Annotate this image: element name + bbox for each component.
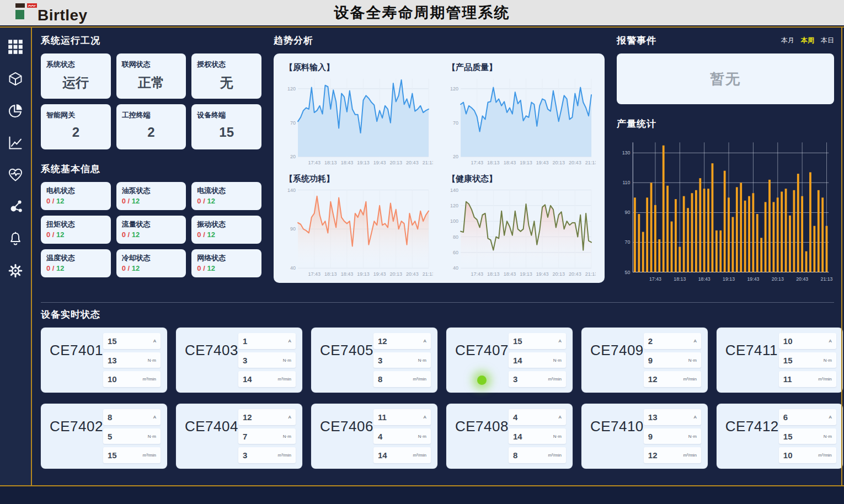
apps-grid-icon[interactable] bbox=[7, 39, 24, 55]
metric-unit: A bbox=[694, 339, 697, 344]
device-metric: 15m³/min bbox=[103, 447, 161, 463]
metric-unit: A bbox=[289, 339, 291, 344]
svg-text:120: 120 bbox=[287, 86, 296, 92]
device-metric: 9N·m bbox=[644, 352, 701, 368]
info-card-current: 0 / bbox=[122, 197, 130, 205]
metric-value: 9 bbox=[648, 356, 653, 365]
svg-text:19:43: 19:43 bbox=[536, 271, 549, 277]
info-card-total: 12 bbox=[207, 264, 215, 272]
device-card-CE7406[interactable]: CE740611A4N·m14m³/min bbox=[311, 404, 437, 469]
device-metric: 12m³/min bbox=[644, 371, 701, 387]
metric-value: 10 bbox=[783, 451, 793, 460]
cube-icon[interactable] bbox=[7, 71, 24, 87]
metric-value: 12 bbox=[243, 412, 252, 422]
gear-icon[interactable] bbox=[7, 262, 24, 279]
alarm-tab-本日[interactable]: 本日 bbox=[821, 36, 834, 45]
metric-value: 14 bbox=[513, 432, 522, 441]
metric-value: 3 bbox=[378, 356, 382, 365]
svg-text:70: 70 bbox=[453, 120, 458, 126]
device-metrics: 10A15N·m11m³/min bbox=[779, 333, 836, 387]
metric-value: 9 bbox=[648, 432, 653, 441]
alarm-tab-本周[interactable]: 本周 bbox=[801, 36, 814, 45]
svg-text:19:13: 19:13 bbox=[357, 271, 370, 277]
device-name: CE7402 bbox=[50, 418, 103, 463]
info-card-current: 0 / bbox=[122, 264, 130, 272]
devices-grid: CE740115A13N·m10m³/minCE74031A3N·m14m³/m… bbox=[41, 328, 834, 469]
raw-input-chart-title: 【原料输入】 bbox=[285, 62, 433, 73]
device-metric: 11m³/min bbox=[779, 371, 836, 387]
status-card-value: 无 bbox=[197, 74, 256, 92]
svg-text:20:43: 20:43 bbox=[796, 276, 808, 282]
status-card-label: 设备终端 bbox=[197, 110, 256, 120]
metric-value: 13 bbox=[648, 412, 658, 422]
device-metric: 15A bbox=[509, 333, 566, 349]
svg-text:21:13: 21:13 bbox=[585, 271, 596, 277]
info-card-total: 12 bbox=[56, 264, 64, 272]
device-metric: 1A bbox=[238, 333, 296, 349]
info-card-current: 0 / bbox=[197, 197, 205, 205]
device-card-CE7410[interactable]: CE741013A9N·m12m³/min bbox=[581, 404, 708, 469]
top-header: Birtley 设备全寿命周期管理系统 bbox=[0, 0, 844, 26]
svg-text:130: 130 bbox=[622, 150, 631, 156]
device-metric: 3N·m bbox=[238, 352, 296, 368]
info-card: 电流状态0 / 12 bbox=[191, 182, 261, 210]
metric-value: 3 bbox=[513, 374, 517, 384]
svg-text:110: 110 bbox=[622, 180, 630, 185]
svg-text:17:43: 17:43 bbox=[649, 276, 661, 282]
device-card-CE7408[interactable]: CE74084A14N·m8m³/min bbox=[446, 404, 573, 469]
metric-value: 8 bbox=[378, 374, 382, 384]
devices-title: 设备实时状态 bbox=[41, 308, 834, 321]
device-card-CE7412[interactable]: CE74126A15N·m10m³/min bbox=[717, 404, 843, 469]
device-metrics: 15A13N·m10m³/min bbox=[103, 333, 161, 387]
svg-text:19:13: 19:13 bbox=[520, 160, 532, 165]
device-metric: 9N·m bbox=[644, 428, 701, 444]
metric-unit: N·m bbox=[688, 434, 697, 439]
device-card-CE7411[interactable]: CE741110A15N·m11m³/min bbox=[717, 328, 843, 393]
metric-value: 14 bbox=[378, 451, 387, 460]
device-card-CE7401[interactable]: CE740115A13N·m10m³/min bbox=[41, 328, 167, 393]
device-card-CE7409[interactable]: CE74092A9N·m12m³/min bbox=[581, 328, 708, 393]
device-card-CE7405[interactable]: CE740512A3N·m8m³/min bbox=[311, 328, 437, 393]
info-card: 网络状态0 / 12 bbox=[191, 249, 261, 277]
metric-value: 3 bbox=[243, 451, 247, 460]
metric-unit: A bbox=[289, 415, 291, 420]
device-card-CE7402[interactable]: CE74028A5N·m15m³/min bbox=[41, 404, 167, 469]
line-chart-icon[interactable] bbox=[7, 135, 24, 151]
device-metric: 4A bbox=[509, 409, 566, 425]
status-card: 设备终端15 bbox=[191, 104, 261, 149]
pie-chart-icon[interactable] bbox=[7, 103, 24, 119]
status-card-label: 工控终端 bbox=[122, 110, 181, 120]
trend-title: 趋势分析 bbox=[274, 34, 605, 47]
system-info-grid: 电机状态0 / 12油泵状态0 / 12电流状态0 / 12扭矩状态0 / 12… bbox=[41, 182, 261, 277]
alarm-title: 报警事件 bbox=[617, 34, 656, 47]
info-card-total: 12 bbox=[207, 230, 215, 239]
svg-text:20:13: 20:13 bbox=[389, 271, 402, 277]
alarm-tab-本月[interactable]: 本月 bbox=[781, 36, 794, 45]
metric-unit: A bbox=[424, 339, 426, 344]
metric-unit: m³/min bbox=[143, 377, 156, 382]
network-icon[interactable] bbox=[7, 199, 24, 215]
device-name: CE7408 bbox=[455, 418, 509, 463]
status-card-label: 联网状态 bbox=[122, 60, 181, 69]
metric-value: 10 bbox=[108, 374, 117, 384]
device-metric: 8m³/min bbox=[509, 447, 566, 463]
svg-text:18:43: 18:43 bbox=[504, 271, 516, 277]
svg-text:18:13: 18:13 bbox=[324, 271, 337, 277]
system-info-title: 系统基本信息 bbox=[41, 163, 261, 175]
svg-text:40: 40 bbox=[453, 265, 458, 271]
svg-text:19:13: 19:13 bbox=[520, 271, 532, 277]
device-card-CE7403[interactable]: CE74031A3N·m14m³/min bbox=[176, 328, 302, 393]
bell-icon[interactable] bbox=[7, 230, 24, 247]
svg-text:90: 90 bbox=[290, 226, 296, 232]
metric-unit: m³/min bbox=[683, 453, 696, 458]
svg-text:19:43: 19:43 bbox=[373, 160, 386, 165]
metric-value: 1 bbox=[243, 336, 247, 346]
status-card-value: 15 bbox=[197, 125, 256, 140]
device-metric: 15N·m bbox=[779, 352, 836, 368]
status-card: 系统状态运行 bbox=[41, 53, 111, 99]
metric-unit: m³/min bbox=[413, 453, 426, 458]
device-card-CE7404[interactable]: CE740412A7N·m3m³/min bbox=[176, 404, 302, 469]
page-title: 设备全寿命周期管理系统 bbox=[0, 3, 844, 23]
heart-pulse-icon[interactable] bbox=[7, 167, 24, 183]
device-card-CE7407[interactable]: CE740715A14N·m3m³/min bbox=[446, 328, 573, 393]
